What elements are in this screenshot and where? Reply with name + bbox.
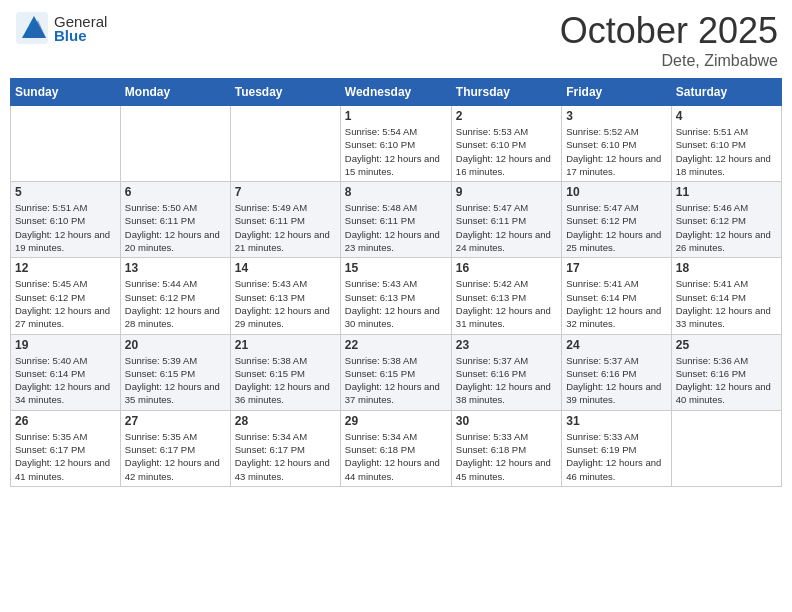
day-info: Sunrise: 5:44 AMSunset: 6:12 PMDaylight:… [125, 277, 226, 330]
calendar-cell: 24Sunrise: 5:37 AMSunset: 6:16 PMDayligh… [562, 334, 671, 410]
day-number: 1 [345, 109, 447, 123]
calendar-cell: 21Sunrise: 5:38 AMSunset: 6:15 PMDayligh… [230, 334, 340, 410]
day-info: Sunrise: 5:52 AMSunset: 6:10 PMDaylight:… [566, 125, 666, 178]
title-area: October 2025 Dete, Zimbabwe [560, 10, 778, 70]
day-number: 7 [235, 185, 336, 199]
calendar-cell: 31Sunrise: 5:33 AMSunset: 6:19 PMDayligh… [562, 410, 671, 486]
day-number: 21 [235, 338, 336, 352]
calendar-cell: 12Sunrise: 5:45 AMSunset: 6:12 PMDayligh… [11, 258, 121, 334]
calendar-week-2: 5Sunrise: 5:51 AMSunset: 6:10 PMDaylight… [11, 182, 782, 258]
calendar-cell: 15Sunrise: 5:43 AMSunset: 6:13 PMDayligh… [340, 258, 451, 334]
day-number: 17 [566, 261, 666, 275]
day-info: Sunrise: 5:46 AMSunset: 6:12 PMDaylight:… [676, 201, 777, 254]
day-info: Sunrise: 5:42 AMSunset: 6:13 PMDaylight:… [456, 277, 557, 330]
day-info: Sunrise: 5:33 AMSunset: 6:18 PMDaylight:… [456, 430, 557, 483]
day-info: Sunrise: 5:37 AMSunset: 6:16 PMDaylight:… [456, 354, 557, 407]
day-info: Sunrise: 5:54 AMSunset: 6:10 PMDaylight:… [345, 125, 447, 178]
day-info: Sunrise: 5:38 AMSunset: 6:15 PMDaylight:… [345, 354, 447, 407]
weekday-sunday: Sunday [11, 79, 121, 106]
calendar-cell: 7Sunrise: 5:49 AMSunset: 6:11 PMDaylight… [230, 182, 340, 258]
weekday-header-row: SundayMondayTuesdayWednesdayThursdayFrid… [11, 79, 782, 106]
day-info: Sunrise: 5:39 AMSunset: 6:15 PMDaylight:… [125, 354, 226, 407]
day-info: Sunrise: 5:51 AMSunset: 6:10 PMDaylight:… [15, 201, 116, 254]
calendar-cell: 22Sunrise: 5:38 AMSunset: 6:15 PMDayligh… [340, 334, 451, 410]
calendar-cell: 28Sunrise: 5:34 AMSunset: 6:17 PMDayligh… [230, 410, 340, 486]
day-info: Sunrise: 5:49 AMSunset: 6:11 PMDaylight:… [235, 201, 336, 254]
calendar-cell: 20Sunrise: 5:39 AMSunset: 6:15 PMDayligh… [120, 334, 230, 410]
calendar-cell: 1Sunrise: 5:54 AMSunset: 6:10 PMDaylight… [340, 106, 451, 182]
day-info: Sunrise: 5:53 AMSunset: 6:10 PMDaylight:… [456, 125, 557, 178]
calendar-cell: 30Sunrise: 5:33 AMSunset: 6:18 PMDayligh… [451, 410, 561, 486]
calendar-cell [230, 106, 340, 182]
calendar-cell: 4Sunrise: 5:51 AMSunset: 6:10 PMDaylight… [671, 106, 781, 182]
day-number: 16 [456, 261, 557, 275]
day-info: Sunrise: 5:43 AMSunset: 6:13 PMDaylight:… [345, 277, 447, 330]
calendar-cell [671, 410, 781, 486]
calendar: SundayMondayTuesdayWednesdayThursdayFrid… [10, 78, 782, 487]
weekday-monday: Monday [120, 79, 230, 106]
calendar-cell: 8Sunrise: 5:48 AMSunset: 6:11 PMDaylight… [340, 182, 451, 258]
day-number: 10 [566, 185, 666, 199]
logo-text: General Blue [54, 13, 107, 44]
weekday-wednesday: Wednesday [340, 79, 451, 106]
calendar-week-5: 26Sunrise: 5:35 AMSunset: 6:17 PMDayligh… [11, 410, 782, 486]
calendar-cell: 19Sunrise: 5:40 AMSunset: 6:14 PMDayligh… [11, 334, 121, 410]
calendar-cell: 5Sunrise: 5:51 AMSunset: 6:10 PMDaylight… [11, 182, 121, 258]
day-info: Sunrise: 5:43 AMSunset: 6:13 PMDaylight:… [235, 277, 336, 330]
month-title: October 2025 [560, 10, 778, 52]
day-info: Sunrise: 5:45 AMSunset: 6:12 PMDaylight:… [15, 277, 116, 330]
calendar-cell: 2Sunrise: 5:53 AMSunset: 6:10 PMDaylight… [451, 106, 561, 182]
logo-symbol [14, 10, 50, 46]
day-info: Sunrise: 5:33 AMSunset: 6:19 PMDaylight:… [566, 430, 666, 483]
calendar-cell: 23Sunrise: 5:37 AMSunset: 6:16 PMDayligh… [451, 334, 561, 410]
day-number: 20 [125, 338, 226, 352]
day-info: Sunrise: 5:41 AMSunset: 6:14 PMDaylight:… [676, 277, 777, 330]
calendar-cell: 11Sunrise: 5:46 AMSunset: 6:12 PMDayligh… [671, 182, 781, 258]
logo-icon [14, 10, 50, 46]
page-header: General Blue October 2025 Dete, Zimbabwe [10, 10, 782, 70]
calendar-cell [120, 106, 230, 182]
calendar-cell: 26Sunrise: 5:35 AMSunset: 6:17 PMDayligh… [11, 410, 121, 486]
calendar-cell: 9Sunrise: 5:47 AMSunset: 6:11 PMDaylight… [451, 182, 561, 258]
calendar-cell: 27Sunrise: 5:35 AMSunset: 6:17 PMDayligh… [120, 410, 230, 486]
calendar-cell: 29Sunrise: 5:34 AMSunset: 6:18 PMDayligh… [340, 410, 451, 486]
day-info: Sunrise: 5:41 AMSunset: 6:14 PMDaylight:… [566, 277, 666, 330]
day-number: 15 [345, 261, 447, 275]
day-number: 2 [456, 109, 557, 123]
day-number: 31 [566, 414, 666, 428]
day-info: Sunrise: 5:40 AMSunset: 6:14 PMDaylight:… [15, 354, 116, 407]
calendar-cell: 6Sunrise: 5:50 AMSunset: 6:11 PMDaylight… [120, 182, 230, 258]
calendar-cell: 18Sunrise: 5:41 AMSunset: 6:14 PMDayligh… [671, 258, 781, 334]
day-number: 30 [456, 414, 557, 428]
day-number: 4 [676, 109, 777, 123]
weekday-saturday: Saturday [671, 79, 781, 106]
day-number: 5 [15, 185, 116, 199]
calendar-week-1: 1Sunrise: 5:54 AMSunset: 6:10 PMDaylight… [11, 106, 782, 182]
location: Dete, Zimbabwe [560, 52, 778, 70]
calendar-cell: 17Sunrise: 5:41 AMSunset: 6:14 PMDayligh… [562, 258, 671, 334]
day-number: 11 [676, 185, 777, 199]
calendar-cell [11, 106, 121, 182]
calendar-week-3: 12Sunrise: 5:45 AMSunset: 6:12 PMDayligh… [11, 258, 782, 334]
calendar-cell: 25Sunrise: 5:36 AMSunset: 6:16 PMDayligh… [671, 334, 781, 410]
day-info: Sunrise: 5:38 AMSunset: 6:15 PMDaylight:… [235, 354, 336, 407]
calendar-cell: 3Sunrise: 5:52 AMSunset: 6:10 PMDaylight… [562, 106, 671, 182]
calendar-cell: 14Sunrise: 5:43 AMSunset: 6:13 PMDayligh… [230, 258, 340, 334]
day-number: 23 [456, 338, 557, 352]
day-number: 6 [125, 185, 226, 199]
day-info: Sunrise: 5:51 AMSunset: 6:10 PMDaylight:… [676, 125, 777, 178]
weekday-tuesday: Tuesday [230, 79, 340, 106]
calendar-cell: 16Sunrise: 5:42 AMSunset: 6:13 PMDayligh… [451, 258, 561, 334]
day-number: 26 [15, 414, 116, 428]
day-number: 25 [676, 338, 777, 352]
day-number: 13 [125, 261, 226, 275]
weekday-thursday: Thursday [451, 79, 561, 106]
day-info: Sunrise: 5:36 AMSunset: 6:16 PMDaylight:… [676, 354, 777, 407]
day-info: Sunrise: 5:34 AMSunset: 6:17 PMDaylight:… [235, 430, 336, 483]
day-number: 8 [345, 185, 447, 199]
day-number: 18 [676, 261, 777, 275]
day-info: Sunrise: 5:37 AMSunset: 6:16 PMDaylight:… [566, 354, 666, 407]
day-number: 19 [15, 338, 116, 352]
day-info: Sunrise: 5:47 AMSunset: 6:11 PMDaylight:… [456, 201, 557, 254]
day-info: Sunrise: 5:35 AMSunset: 6:17 PMDaylight:… [125, 430, 226, 483]
